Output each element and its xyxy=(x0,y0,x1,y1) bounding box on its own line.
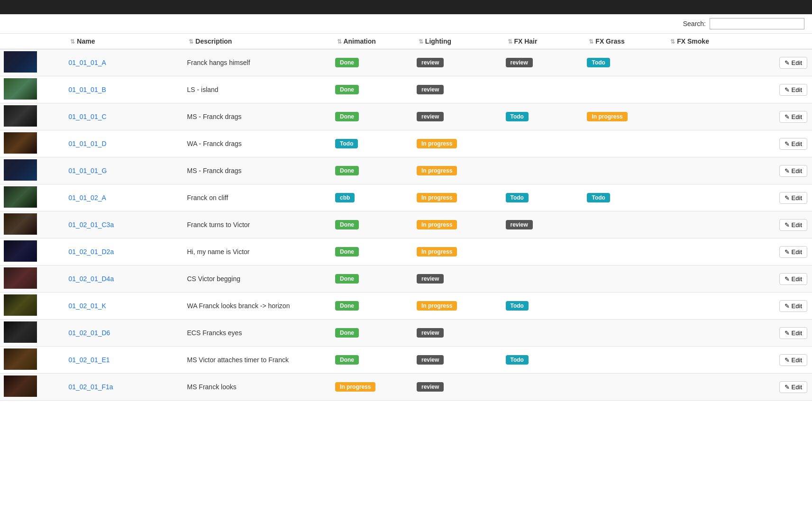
fx-smoke-cell xyxy=(664,347,745,374)
edit-button[interactable]: ✎ Edit xyxy=(779,300,807,312)
fx-grass-cell: Todo xyxy=(582,49,664,76)
fx-smoke-cell xyxy=(664,157,745,184)
fx-grass-cell: Todo xyxy=(582,184,664,211)
sort-smoke-icon[interactable]: ⇅ xyxy=(670,38,675,45)
lighting-cell: In progress xyxy=(412,211,501,238)
search-label: Search: xyxy=(683,20,706,27)
thumbnail xyxy=(4,321,37,343)
sort-name-icon[interactable]: ⇅ xyxy=(70,38,75,45)
edit-button[interactable]: ✎ Edit xyxy=(779,219,807,231)
fx-hair-badge: Todo xyxy=(506,193,529,202)
edit-button[interactable]: ✎ Edit xyxy=(779,57,807,69)
animation-cell: Done xyxy=(330,76,412,103)
shot-name-link[interactable]: 01_01_01_G xyxy=(68,167,107,174)
fx-hair-cell: Todo xyxy=(501,103,583,130)
edit-button[interactable]: ✎ Edit xyxy=(779,327,807,339)
table-row: 01_02_01_D2aHi, my name is VictorDoneIn … xyxy=(0,238,812,266)
lighting-badge: In progress xyxy=(417,301,457,311)
edit-button[interactable]: ✎ Edit xyxy=(779,381,807,393)
action-cell: ✎ Edit xyxy=(745,103,812,130)
thumb-cell xyxy=(0,347,64,374)
edit-button[interactable]: ✎ Edit xyxy=(779,138,807,150)
table-row: 01_01_01_BLS - islandDonereview✎ Edit xyxy=(0,76,812,103)
lighting-badge: In progress xyxy=(417,193,457,202)
search-input[interactable] xyxy=(710,18,804,29)
search-bar: Search: xyxy=(0,14,812,34)
fx-hair-cell xyxy=(501,238,583,266)
fx-smoke-cell xyxy=(664,76,745,103)
name-cell: 01_01_01_D xyxy=(64,130,182,157)
shot-name-link[interactable]: 01_01_01_A xyxy=(68,59,106,66)
thumb-cell xyxy=(0,184,64,211)
edit-button[interactable]: ✎ Edit xyxy=(779,354,807,366)
shot-name-link[interactable]: 01_02_01_D2a xyxy=(68,248,114,256)
fx-hair-cell: Todo xyxy=(501,184,583,211)
table-body: 01_01_01_AFranck hangs himselfDonereview… xyxy=(0,49,812,401)
top-bar xyxy=(0,0,812,14)
lighting-badge: In progress xyxy=(417,139,457,148)
fx-smoke-cell xyxy=(664,211,745,238)
lighting-cell: review xyxy=(412,266,501,293)
fx-smoke-cell xyxy=(664,103,745,130)
action-cell: ✎ Edit xyxy=(745,184,812,211)
shot-name-link[interactable]: 01_01_01_B xyxy=(68,86,106,93)
description-cell: ECS Francks eyes xyxy=(182,320,330,347)
table-header: ⇅ Name ⇅ Description ⇅ Animation ⇅ Light… xyxy=(0,34,812,49)
sort-desc-icon[interactable]: ⇅ xyxy=(189,38,193,45)
table-row: 01_02_01_C3aFranck turns to VictorDoneIn… xyxy=(0,211,812,238)
shot-name-link[interactable]: 01_01_01_D xyxy=(68,140,106,147)
shot-name-link[interactable]: 01_02_01_F1a xyxy=(68,383,113,391)
animation-badge: Done xyxy=(335,58,359,67)
animation-cell: Todo xyxy=(330,130,412,157)
shot-name-link[interactable]: 01_02_01_D4a xyxy=(68,275,114,283)
action-cell: ✎ Edit xyxy=(745,293,812,320)
shot-name-link[interactable]: 01_02_01_K xyxy=(68,302,106,310)
fx-grass-cell xyxy=(582,130,664,157)
table-row: 01_01_01_GMS - Franck dragsDoneIn progre… xyxy=(0,157,812,184)
sort-grass-icon[interactable]: ⇅ xyxy=(589,38,593,45)
edit-button[interactable]: ✎ Edit xyxy=(779,246,807,258)
shot-name-link[interactable]: 01_02_01_C3a xyxy=(68,221,114,229)
shot-name-link[interactable]: 01_02_01_E1 xyxy=(68,356,109,364)
fx-grass-cell xyxy=(582,76,664,103)
fx-smoke-cell xyxy=(664,266,745,293)
description-cell: WA - Franck drags xyxy=(182,130,330,157)
fx-hair-badge: Todo xyxy=(506,301,529,311)
lighting-badge: review xyxy=(417,355,444,365)
fx-hair-cell xyxy=(501,157,583,184)
fx-hair-cell: Todo xyxy=(501,347,583,374)
shot-name-link[interactable]: 01_02_01_D6 xyxy=(68,329,110,337)
table-row: 01_01_01_CMS - Franck dragsDonereviewTod… xyxy=(0,103,812,130)
sort-hair-icon[interactable]: ⇅ xyxy=(508,38,512,45)
fx-grass-cell xyxy=(582,347,664,374)
sort-anim-icon[interactable]: ⇅ xyxy=(337,38,342,45)
animation-cell: Done xyxy=(330,49,412,76)
lighting-cell: review xyxy=(412,76,501,103)
table-row: 01_02_01_KWA Franck looks branck -> hori… xyxy=(0,293,812,320)
fx-hair-badge: Todo xyxy=(506,355,529,365)
edit-button[interactable]: ✎ Edit xyxy=(779,192,807,204)
edit-button[interactable]: ✎ Edit xyxy=(779,111,807,123)
animation-badge: In progress xyxy=(335,382,375,392)
description-cell: LS - island xyxy=(182,76,330,103)
fx-hair-cell xyxy=(501,266,583,293)
sort-light-icon[interactable]: ⇅ xyxy=(419,38,423,45)
fx-grass-cell: In progress xyxy=(582,103,664,130)
col-desc-header: ⇅ Description xyxy=(182,34,330,49)
thumbnail xyxy=(4,294,37,316)
edit-button[interactable]: ✎ Edit xyxy=(779,84,807,96)
shot-name-link[interactable]: 01_01_02_A xyxy=(68,194,106,201)
col-light-header: ⇅ Lighting xyxy=(412,34,501,49)
lighting-cell: In progress xyxy=(412,293,501,320)
fx-grass-cell xyxy=(582,211,664,238)
edit-button[interactable]: ✎ Edit xyxy=(779,273,807,285)
thumb-cell xyxy=(0,157,64,184)
description-cell: Hi, my name is Victor xyxy=(182,238,330,266)
fx-grass-cell xyxy=(582,157,664,184)
shot-name-link[interactable]: 01_01_01_C xyxy=(68,113,106,120)
thumbnail xyxy=(4,132,37,154)
animation-badge: cbb xyxy=(335,193,355,202)
animation-cell: Done xyxy=(330,266,412,293)
edit-button[interactable]: ✎ Edit xyxy=(779,165,807,177)
fx-hair-cell xyxy=(501,374,583,401)
